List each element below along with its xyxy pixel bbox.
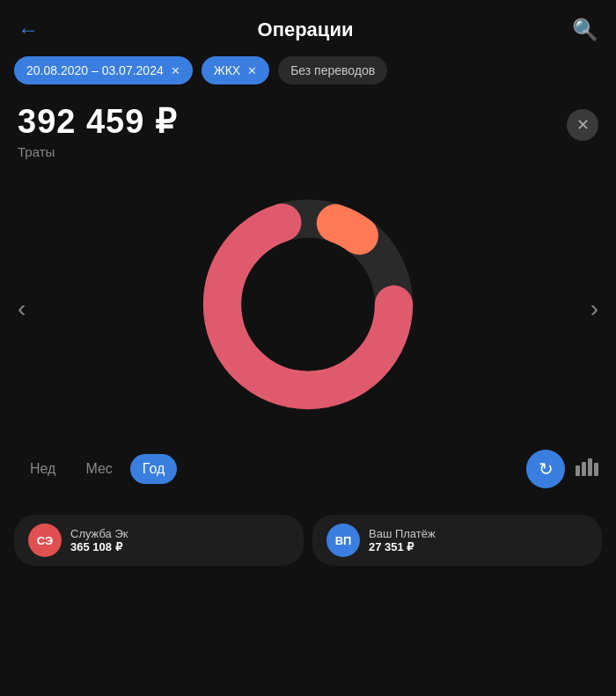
period-btn-week[interactable]: Нед <box>18 454 68 484</box>
page-title: Операции <box>258 18 354 41</box>
back-icon[interactable]: ← <box>18 18 39 42</box>
cat-info-cat-1: Служба Эк365 108 ₽ <box>70 527 128 553</box>
amount-label: Траты <box>18 144 177 159</box>
cat-info-cat-2: Ваш Платёж27 351 ₽ <box>369 527 436 553</box>
close-button[interactable]: ✕ <box>567 109 598 141</box>
period-btn-year[interactable]: Год <box>130 454 177 484</box>
filter-remove-category[interactable]: ✕ <box>247 64 257 77</box>
filter-remove-date-range[interactable]: ✕ <box>171 64 180 77</box>
cat-amount-cat-1: 365 108 ₽ <box>70 540 128 553</box>
donut-svg <box>194 190 422 419</box>
refresh-button[interactable]: ↻ <box>526 450 565 488</box>
cat-amount-cat-2: 27 351 ₽ <box>369 540 436 553</box>
next-arrow[interactable]: › <box>582 286 607 332</box>
category-item-cat-2[interactable]: ВПВаш Платёж27 351 ₽ <box>312 515 602 566</box>
cat-name-cat-2: Ваш Платёж <box>369 527 436 540</box>
cat-name-cat-1: Служба Эк <box>70 527 128 540</box>
categories-row: СЭСлужба Эк365 108 ₽ВПВаш Платёж27 351 ₽ <box>0 506 616 583</box>
period-btn-month[interactable]: Мес <box>73 454 124 484</box>
header: ← Операции 🔍 <box>0 0 616 56</box>
filter-chip-category[interactable]: ЖКХ✕ <box>202 56 269 84</box>
cat-avatar-cat-1: СЭ <box>28 524 62 557</box>
svg-rect-3 <box>576 465 580 476</box>
filter-chip-date-range[interactable]: 20.08.2020 – 03.07.2024✕ <box>14 56 193 84</box>
chart-section: ‹ › <box>0 168 616 450</box>
search-icon[interactable]: 🔍 <box>572 18 598 42</box>
svg-rect-6 <box>594 463 598 476</box>
svg-rect-5 <box>588 458 592 476</box>
donut-chart <box>194 190 422 419</box>
amount-section: 392 459 ₽ Траты ✕ <box>0 102 616 168</box>
right-icons: ↻ <box>526 450 598 488</box>
period-buttons: НедМесГод <box>18 454 177 484</box>
amount-left: 392 459 ₽ Траты <box>18 102 177 159</box>
category-item-cat-1[interactable]: СЭСлужба Эк365 108 ₽ <box>14 515 304 566</box>
filter-chip-no-transfers[interactable]: Без переводов <box>278 56 387 84</box>
cat-avatar-cat-2: ВП <box>326 524 360 557</box>
prev-arrow[interactable]: ‹ <box>9 286 34 332</box>
svg-rect-4 <box>582 462 586 476</box>
filters-row: 20.08.2020 – 03.07.2024✕ЖКХ✕Без переводо… <box>0 56 616 102</box>
bar-chart-icon[interactable] <box>576 457 598 481</box>
time-period-row: НедМесГод ↻ <box>0 450 616 506</box>
amount-value: 392 459 ₽ <box>18 102 177 141</box>
